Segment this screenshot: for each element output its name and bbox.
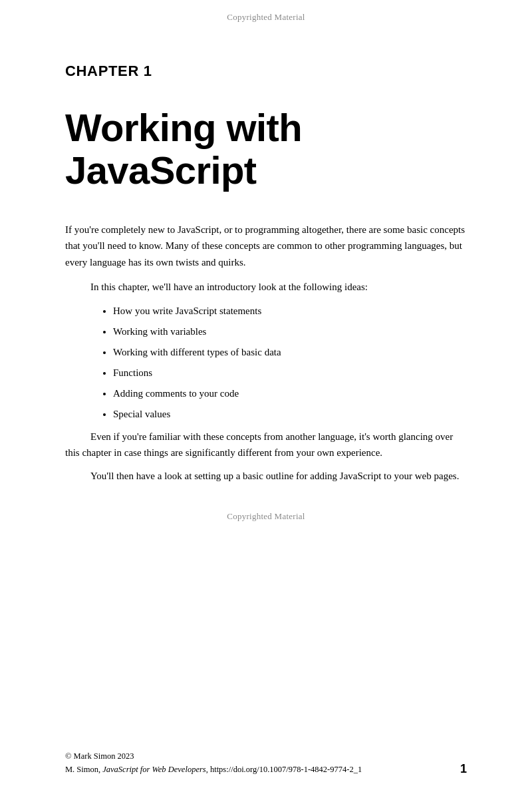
chapter-title-line1: Working with	[65, 106, 302, 149]
footer-left: © Mark Simon 2023 M. Simon, JavaScript f…	[65, 749, 362, 776]
watermark-top: Copyrighted Material	[0, 0, 532, 29]
watermark-bottom-text: Copyrighted Material	[227, 511, 305, 521]
citation-line: M. Simon, JavaScript for Web Developers,…	[65, 763, 362, 776]
list-item: How you write JavaScript statements	[113, 302, 467, 320]
watermark-top-text: Copyrighted Material	[227, 12, 305, 22]
list-item: Working with different types of basic da…	[113, 343, 467, 361]
copyright-line: © Mark Simon 2023	[65, 749, 362, 763]
citation-italic: JavaScript for Web Developers	[102, 765, 205, 774]
main-content: CHAPTER 1 Working with JavaScript If you…	[0, 29, 532, 505]
list-item: Functions	[113, 364, 467, 382]
footer: © Mark Simon 2023 M. Simon, JavaScript f…	[0, 749, 532, 776]
watermark-bottom: Copyrighted Material	[0, 505, 532, 534]
intro-paragraph-1: If you're completely new to JavaScript, …	[65, 222, 467, 271]
chapter-label: CHAPTER 1	[65, 63, 467, 80]
list-item: Adding comments to your code	[113, 385, 467, 403]
bullet-list: How you write JavaScript statements Work…	[113, 302, 467, 423]
citation-before: M. Simon,	[65, 765, 102, 774]
list-item: Special values	[113, 405, 467, 423]
page-number: 1	[460, 762, 467, 776]
intro-paragraph-4: You'll then have a look at setting up a …	[65, 468, 467, 485]
chapter-title-line2: JavaScript	[65, 148, 257, 192]
list-item: Working with variables	[113, 323, 467, 341]
chapter-title: Working with JavaScript	[65, 106, 467, 192]
intro-paragraph-2: In this chapter, we'll have an introduct…	[65, 279, 467, 296]
page-wrapper: Copyrighted Material CHAPTER 1 Working w…	[0, 0, 532, 808]
citation-after: , https://doi.org/10.1007/978-1-4842-977…	[206, 765, 362, 774]
intro-paragraph-3: Even if you're familiar with these conce…	[65, 429, 467, 462]
